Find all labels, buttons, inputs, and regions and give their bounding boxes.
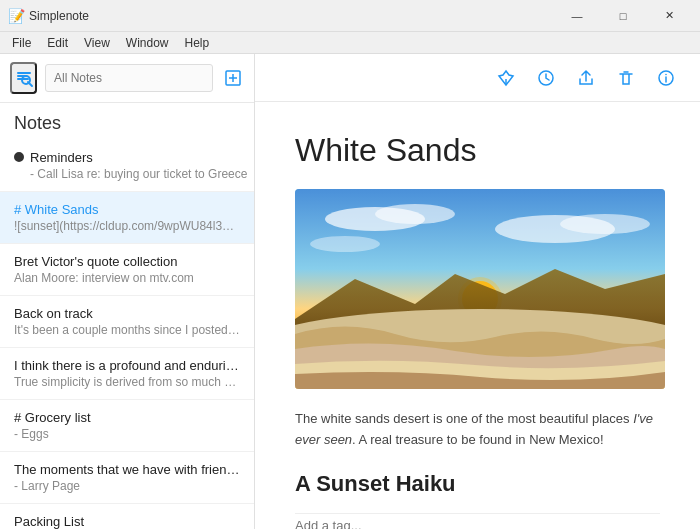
new-note-button[interactable] [221,64,244,92]
history-button[interactable] [528,60,564,96]
sidebar-header [0,54,254,103]
menu-file[interactable]: File [4,34,39,52]
note-preview: Alan Moore: interview on mtv.com [14,271,240,285]
menu-view[interactable]: View [76,34,118,52]
notes-list: Reminders - Call Lisa re: buying our tic… [0,140,254,529]
main-content: White Sands [255,54,700,529]
maximize-button[interactable]: □ [600,0,646,32]
title-bar-title: Simplenote [29,9,554,23]
notes-label: Notes [0,103,254,140]
menu-bar: File Edit View Window Help [0,32,700,54]
trash-icon [617,69,635,87]
trash-button[interactable] [608,60,644,96]
list-item[interactable]: Reminders - Call Lisa re: buying our tic… [0,140,254,192]
note-content-area: White Sands [255,102,700,529]
info-button[interactable] [648,60,684,96]
radio-icon [14,152,24,162]
info-icon [657,69,675,87]
clock-icon [537,69,555,87]
list-item[interactable]: Bret Victor's quote collection Alan Moor… [0,244,254,296]
toolbar [255,54,700,102]
note-preview: It's been a couple months since I posted… [14,323,240,337]
note-title: Bret Victor's quote collection [14,254,240,269]
svg-point-14 [310,236,380,252]
note-image [295,189,665,389]
new-note-icon [224,69,242,87]
note-preview: True simplicity is derived from so much … [14,375,240,389]
title-bar: 📝 Simplenote — □ ✕ [0,0,700,32]
tag-input[interactable] [295,513,660,529]
pin-icon [497,69,515,87]
sidebar: Notes Reminders - Call Lisa re: buying o… [0,54,255,529]
minimize-button[interactable]: — [554,0,600,32]
menu-edit[interactable]: Edit [39,34,76,52]
note-preview: - Larry Page [14,479,240,493]
sunset-image-svg [295,189,665,389]
note-body-paragraph: The white sands desert is one of the mos… [295,409,660,451]
logo-icon [14,68,34,88]
svg-point-8 [665,73,667,75]
note-preview: ![sunset](https://cldup.com/9wpWU84l3n.j… [14,219,240,233]
list-item[interactable]: # Grocery list - Eggs [0,400,254,452]
window-controls: — □ ✕ [554,0,692,32]
note-title: # Grocery list [14,410,240,425]
note-title: Back on track [14,306,240,321]
list-item[interactable]: The moments that we have with friend... … [0,452,254,504]
note-title-display: White Sands [295,132,660,169]
app-icon: 📝 [8,8,25,24]
pin-button[interactable] [488,60,524,96]
close-button[interactable]: ✕ [646,0,692,32]
share-icon [577,69,595,87]
share-button[interactable] [568,60,604,96]
note-subheading: A Sunset Haiku [295,471,660,497]
note-title: The moments that we have with friend... [14,462,240,477]
list-item[interactable]: Packing List - 2 Ice Cream Scoops [0,504,254,529]
note-title: Packing List [14,514,240,529]
note-preview: - Call Lisa re: buying our ticket to Gre… [30,167,247,181]
search-input[interactable] [45,64,213,92]
menu-help[interactable]: Help [177,34,218,52]
note-title: # White Sands [14,202,240,217]
list-item[interactable]: # White Sands ![sunset](https://cldup.co… [0,192,254,244]
list-item[interactable]: I think there is a profound and enduring… [0,348,254,400]
svg-point-13 [560,214,650,234]
sidebar-logo-button[interactable] [10,62,37,94]
svg-point-11 [375,204,455,224]
note-preview: - Eggs [14,427,240,441]
menu-window[interactable]: Window [118,34,177,52]
note-title: Reminders [30,150,247,165]
note-title: I think there is a profound and enduring [14,358,240,373]
list-item[interactable]: Back on track It's been a couple months … [0,296,254,348]
app-body: Notes Reminders - Call Lisa re: buying o… [0,54,700,529]
